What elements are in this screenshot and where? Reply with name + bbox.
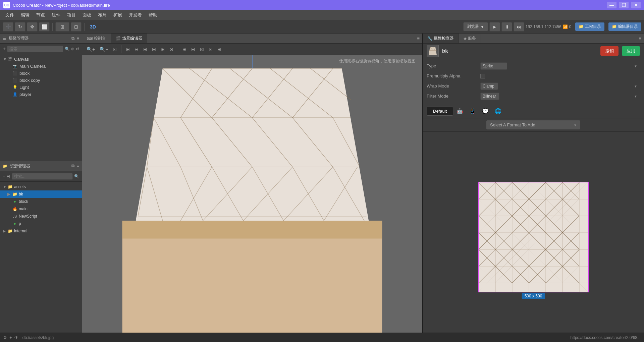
format-tab-wechat[interactable]: 💬 bbox=[479, 106, 491, 116]
snap-button[interactable]: ⊡ bbox=[71, 22, 82, 32]
hierarchy-header: ☰ 层级管理器 ⧉ ≡ bbox=[0, 34, 82, 44]
zoom-in-button[interactable]: 🔍+ bbox=[85, 46, 97, 53]
asset-copy-icon[interactable]: ⧉ bbox=[71, 163, 74, 169]
editor-dir-button[interactable]: 📁 编辑器目录 bbox=[608, 22, 641, 31]
format-add-select-wrapper: Select A Format To Add bbox=[486, 120, 580, 129]
scene-layout-1[interactable]: ⊞ bbox=[181, 46, 188, 53]
hierarchy-menu-icon[interactable]: ≡ bbox=[76, 36, 79, 41]
tree-item-main-camera[interactable]: 📷 Main Camera bbox=[0, 63, 82, 70]
asset-item-internal[interactable]: ▶ 📁 internal bbox=[0, 227, 82, 235]
inspector-menu-icon[interactable]: ≡ bbox=[639, 36, 641, 41]
menu-item-扩展[interactable]: 扩展 bbox=[111, 11, 125, 19]
scene-layout-4[interactable]: ⊡ bbox=[207, 46, 214, 53]
asset-item-block[interactable]: ● block bbox=[0, 198, 82, 205]
wrap-mode-select[interactable]: Clamp Repeat Mirror bbox=[480, 82, 498, 90]
menu-item-项目[interactable]: 项目 bbox=[64, 11, 78, 19]
cancel-button[interactable]: 撤销 bbox=[600, 46, 619, 56]
scene-layout-2[interactable]: ⊟ bbox=[190, 46, 197, 53]
asset-search-icon[interactable]: 🔍 bbox=[74, 174, 79, 179]
ip-address: 192.168.1.112:7456 bbox=[526, 24, 561, 29]
asset-item-newscript[interactable]: JS NewScript bbox=[0, 213, 82, 220]
scene-layout-3[interactable]: ⊠ bbox=[198, 46, 206, 53]
tree-item-light[interactable]: 💡 Light bbox=[0, 84, 82, 91]
tree-item-block-copy[interactable]: ⬛ block copy bbox=[0, 77, 82, 84]
size-badge: 500 x 500 bbox=[522, 293, 545, 299]
align-bottom-button[interactable]: ⊠ bbox=[168, 46, 175, 53]
browser-button[interactable]: 浏览器 ▼ bbox=[463, 22, 488, 31]
play-button[interactable]: ► bbox=[489, 22, 500, 32]
hierarchy-tree: ▼ 🎬 Canvas 📷 Main Camera ⬛ block bbox=[0, 54, 82, 161]
align-left-button[interactable]: ⊞ bbox=[124, 46, 131, 53]
apply-button[interactable]: 应用 bbox=[622, 46, 640, 56]
format-tab-ios[interactable]: 📱 bbox=[467, 106, 479, 116]
asset-menu-icon[interactable]: ≡ bbox=[76, 163, 79, 169]
align-center-button[interactable]: ⊟ bbox=[133, 46, 140, 53]
filter-mode-select[interactable]: Bilinear Point Trilinear bbox=[480, 93, 499, 100]
add-node-button[interactable]: ➕ bbox=[3, 22, 13, 32]
project-dir-button[interactable]: 📁 工程目录 bbox=[575, 22, 604, 31]
player-label: player bbox=[19, 92, 31, 97]
settings-icon[interactable]: ⚙ bbox=[3, 335, 7, 340]
asset-item-main[interactable]: 🔥 main bbox=[0, 205, 82, 213]
format-add-select[interactable]: Select A Format To Add bbox=[486, 120, 580, 129]
asset-item-assets[interactable]: ▼ 📁 assets bbox=[0, 183, 82, 190]
inspector-icon: 🔧 bbox=[427, 36, 432, 41]
format-tab-android[interactable]: 🤖 bbox=[454, 106, 466, 116]
menu-item-面板[interactable]: 面板 bbox=[80, 11, 94, 19]
asset-item-bk[interactable]: ▶ 📁 bk bbox=[0, 190, 82, 198]
sort-icon[interactable]: ⊟ bbox=[6, 174, 10, 179]
main-camera-label: Main Camera bbox=[19, 64, 46, 69]
tab-inspector[interactable]: 🔧 属性检查器 bbox=[423, 34, 459, 43]
type-value: Sprite Texture Normal Map bbox=[480, 62, 640, 70]
transform-button[interactable]: ⊞ bbox=[55, 22, 69, 32]
add-status-icon[interactable]: + bbox=[9, 335, 12, 340]
maximize-button[interactable]: ❐ bbox=[619, 2, 629, 8]
menu-item-帮助[interactable]: 帮助 bbox=[146, 11, 160, 19]
premultiply-checkbox[interactable] bbox=[480, 74, 485, 78]
format-tab-default[interactable]: Default bbox=[427, 107, 453, 116]
browser-dropdown-icon: ▼ bbox=[480, 24, 484, 29]
align-top-button[interactable]: ⊟ bbox=[150, 46, 158, 53]
hierarchy-add-button[interactable]: + bbox=[3, 46, 6, 52]
asset-search-bar: + ⊟ 🔍 bbox=[0, 171, 82, 182]
asset-search-input[interactable] bbox=[12, 173, 73, 180]
scene-view[interactable]: 使用鼠标右键旋转视角，使用滚轮缩放视图 bbox=[82, 55, 422, 333]
focus-icon[interactable]: ⊕ bbox=[71, 47, 74, 51]
rect-tool-button[interactable]: ⬜ bbox=[39, 22, 50, 32]
menu-item-开发者[interactable]: 开发者 bbox=[126, 11, 145, 19]
tab-service[interactable]: ◈ 服务 bbox=[459, 34, 481, 43]
minimize-button[interactable]: — bbox=[607, 2, 616, 8]
pause-button[interactable]: ⏸ bbox=[501, 22, 512, 32]
menu-item-布局[interactable]: 布局 bbox=[95, 11, 109, 19]
refresh-button[interactable]: ↻ bbox=[15, 22, 25, 32]
move-tool-button[interactable]: ✥ bbox=[27, 22, 38, 32]
asset-item-p[interactable]: ● p bbox=[0, 220, 82, 227]
type-select[interactable]: Sprite Texture Normal Map bbox=[480, 62, 507, 70]
eye-icon[interactable]: 👁 bbox=[14, 335, 18, 340]
zoom-fit-button[interactable]: ⊡ bbox=[111, 46, 118, 53]
tab-console[interactable]: ⌨ 控制台 bbox=[82, 34, 111, 43]
left-panel: ☰ 层级管理器 ⧉ ≡ + 🔍 ⊕ ↺ ▼ 🎬 bbox=[0, 34, 82, 342]
tree-item-canvas[interactable]: ▼ 🎬 Canvas bbox=[0, 56, 82, 63]
close-button[interactable]: ✕ bbox=[631, 2, 641, 8]
refresh-tree-icon[interactable]: ↺ bbox=[76, 47, 79, 51]
hierarchy-copy-icon[interactable]: ⧉ bbox=[71, 36, 74, 41]
menu-item-文件[interactable]: 文件 bbox=[3, 11, 17, 19]
scene-layout-5[interactable]: ⊞ bbox=[216, 46, 223, 53]
search-icon[interactable]: 🔍 bbox=[65, 47, 70, 51]
asset-add-button[interactable]: + bbox=[3, 174, 5, 179]
zoom-out-button[interactable]: 🔍− bbox=[98, 46, 110, 53]
center-panel-menu-icon[interactable]: ≡ bbox=[417, 36, 420, 41]
menu-item-组件[interactable]: 组件 bbox=[49, 11, 63, 19]
tree-item-player[interactable]: 👤 player bbox=[0, 91, 82, 98]
step-button[interactable]: ⏭ bbox=[514, 22, 524, 32]
hierarchy-search-input[interactable] bbox=[7, 46, 63, 52]
format-tab-web[interactable]: 🌐 bbox=[492, 106, 504, 116]
tab-scene[interactable]: 🎬 场景编辑器 bbox=[111, 34, 147, 43]
menu-item-节点[interactable]: 节点 bbox=[34, 11, 48, 19]
menu-item-编辑[interactable]: 编辑 bbox=[18, 11, 32, 19]
console-icon: ⌨ bbox=[87, 36, 93, 41]
tree-item-block[interactable]: ⬛ block bbox=[0, 70, 82, 77]
align-middle-button[interactable]: ⊞ bbox=[159, 46, 166, 53]
align-right-button[interactable]: ⊞ bbox=[142, 46, 149, 53]
